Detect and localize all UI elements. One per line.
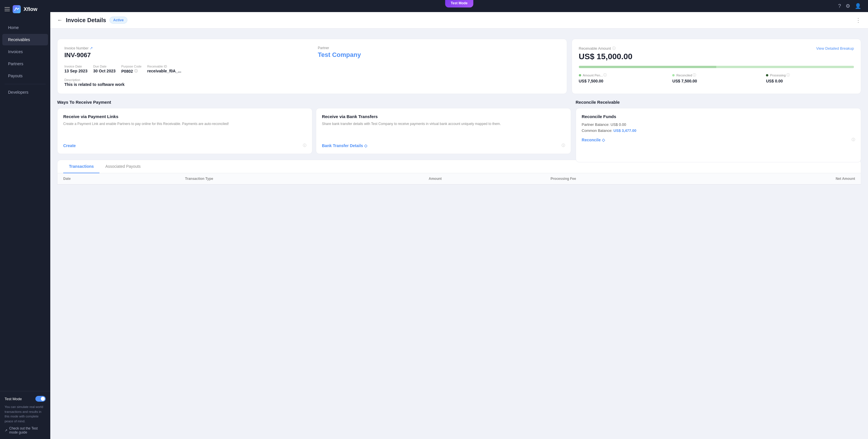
sidebar-item-receivables[interactable]: Receivables — [2, 34, 48, 45]
sidebar-item-home[interactable]: Home — [2, 22, 48, 33]
page-header: ← Invoice Details Active ⋮ — [50, 12, 868, 28]
purpose-code-info-icon[interactable]: ⓘ — [134, 69, 138, 73]
bank-transfers-card: Receive via Bank Transfers Share bank tr… — [316, 108, 571, 154]
sidebar-item-developers[interactable]: Developers — [2, 87, 48, 98]
app-name: Xflow — [24, 6, 37, 12]
invoice-top: Invoice Number ↗ INV-9067 Partner Test C… — [64, 46, 560, 59]
logo-icon — [13, 5, 21, 13]
sidebar-item-payouts[interactable]: Payouts — [2, 70, 48, 82]
invoice-date-field: Invoice Date 13 Sep 2023 — [64, 65, 87, 73]
bank-transfer-details-button[interactable]: Bank Transfer Details ◇ — [322, 144, 367, 148]
main-content: Test Mode ? ⚙ 👤 ← Invoice Details Active… — [50, 0, 868, 439]
invoice-partner-section: Partner Test Company — [318, 46, 560, 59]
external-link-icon[interactable]: ↗ — [90, 46, 93, 50]
receivable-amount: US$ 15,000.00 — [579, 52, 854, 61]
pending-dot — [579, 74, 581, 76]
pending-info-icon[interactable]: ⓘ — [603, 73, 607, 77]
receivable-amount-label: Receivable Amount ⓘ — [579, 46, 616, 51]
due-date-label: Due Date — [93, 65, 116, 68]
common-balance-value: US$ 3,477.00 — [613, 128, 636, 133]
reconcile-card: Reconcile Funds Partner Balance: US$ 0.0… — [576, 108, 861, 162]
invoice-card: Invoice Number ↗ INV-9067 Partner Test C… — [57, 39, 567, 94]
invoice-number: INV-9067 — [64, 52, 306, 59]
more-options-icon[interactable]: ⋮ — [855, 17, 861, 24]
external-link-icon: ↗ — [5, 428, 7, 432]
bank-transfers-info-icon[interactable]: ⓘ — [562, 143, 565, 148]
test-mode-description: You can simulate real world transactions… — [5, 405, 46, 424]
col-header-fee: Processing Fee — [550, 177, 733, 181]
processing-value: US$ 0.00 — [766, 79, 854, 83]
breakdown-pending: Amount Pen... ⓘ US$ 7,500.00 — [579, 73, 667, 83]
reconcile-button[interactable]: Reconcile ◇ — [582, 137, 605, 142]
table-header: Date Transaction Type Amount Processing … — [58, 173, 861, 184]
reconciled-info-icon[interactable]: ⓘ — [693, 73, 696, 77]
purpose-code-field: Purpose Code P0802 ⓘ — [121, 65, 142, 73]
tab-associated-payouts[interactable]: Associated Payouts — [99, 160, 146, 173]
purpose-code-label: Purpose Code — [121, 65, 142, 68]
partner-balance-label: Partner Balance: — [582, 122, 610, 127]
reconcile-section: Reconcile Receivable Reconcile Funds Par… — [576, 100, 861, 154]
receivable-header: Receivable Amount ⓘ View Detailed Breaku… — [579, 46, 854, 51]
reconcile-section-title: Reconcile Receivable — [576, 100, 861, 104]
receivable-card: Receivable Amount ⓘ View Detailed Breaku… — [572, 39, 861, 94]
payment-links-info-icon[interactable]: ⓘ — [303, 143, 306, 148]
tab-transactions[interactable]: Transactions — [63, 160, 99, 173]
user-icon[interactable]: 👤 — [855, 3, 861, 9]
reconcile-info-icon[interactable]: ⓘ — [851, 137, 855, 142]
view-breakup-link[interactable]: View Detailed Breakup — [816, 46, 854, 51]
help-icon[interactable]: ? — [838, 3, 841, 9]
due-date-field: Due Date 30 Oct 2023 — [93, 65, 116, 73]
nav-divider — [5, 84, 46, 84]
reconciled-dot — [672, 74, 675, 76]
test-mode-banner: Test Mode — [445, 0, 473, 7]
hamburger-icon[interactable] — [5, 7, 10, 11]
receivable-info-icon[interactable]: ⓘ — [612, 46, 616, 51]
invoice-dates: Invoice Date 13 Sep 2023 Due Date 30 Oct… — [64, 65, 560, 73]
ways-to-receive-section: Ways To Receive Payment Receive via Paym… — [57, 100, 571, 154]
sidebar-nav: Home Receivables Invoices Partners Payou… — [0, 19, 50, 391]
create-payment-link-button[interactable]: Create — [63, 144, 76, 148]
reconcile-card-title: Reconcile Funds — [582, 114, 855, 119]
sidebar-item-partners[interactable]: Partners — [2, 58, 48, 69]
test-mode-row: Test Mode — [5, 396, 46, 402]
receivable-id-label: Receivable ID — [147, 65, 181, 68]
col-header-date: Date — [63, 177, 185, 181]
bank-transfers-footer: Bank Transfer Details ◇ ⓘ — [322, 143, 565, 148]
processing-dot — [766, 74, 768, 76]
sidebar-bottom: Test Mode You can simulate real world tr… — [0, 391, 50, 439]
topbar: Test Mode ? ⚙ 👤 — [50, 0, 868, 12]
sidebar-header: Xflow — [0, 0, 50, 19]
processing-info-icon[interactable]: ⓘ — [786, 73, 790, 77]
cards-row: Invoice Number ↗ INV-9067 Partner Test C… — [57, 39, 861, 94]
receivable-id-value: receivable_f0A_... — [147, 69, 181, 73]
section-row: Ways To Receive Payment Receive via Paym… — [57, 100, 861, 154]
description-section: Description This is related to software … — [64, 78, 560, 87]
progress-bar — [579, 66, 854, 68]
test-mode-label: Test Mode — [5, 397, 22, 401]
col-header-net: Net Amount — [733, 177, 855, 181]
test-mode-toggle[interactable] — [35, 396, 46, 402]
content-area: Invoice Number ↗ INV-9067 Partner Test C… — [50, 28, 868, 439]
invoice-number-section: Invoice Number ↗ INV-9067 — [64, 46, 306, 59]
partner-label: Partner — [318, 46, 560, 50]
reconcile-footer: Reconcile ◇ ⓘ — [582, 137, 855, 142]
settings-icon[interactable]: ⚙ — [845, 3, 850, 9]
breakdown-reconciled: Reconciled ⓘ US$ 7,500.00 — [672, 73, 760, 83]
invoice-number-label: Invoice Number ↗ — [64, 46, 306, 50]
back-button[interactable]: ← — [57, 17, 62, 23]
sidebar-item-invoices[interactable]: Invoices — [2, 46, 48, 58]
test-mode-guide-text: Check out the Test mode guide — [9, 426, 46, 434]
col-header-type: Transaction Type — [185, 177, 429, 181]
payment-links-footer: Create ⓘ — [63, 143, 306, 148]
payment-ways: Receive via Payment Links Create a Payme… — [57, 108, 571, 154]
test-mode-guide-link[interactable]: ↗ Check out the Test mode guide — [5, 426, 46, 434]
tabs-section: Transactions Associated Payouts Date Tra… — [57, 160, 861, 185]
purpose-code-value: P0802 ⓘ — [121, 69, 142, 73]
pending-value: US$ 7,500.00 — [579, 79, 667, 83]
sidebar: Xflow Home Receivables Invoices Partners… — [0, 0, 50, 439]
partner-name[interactable]: Test Company — [318, 51, 560, 59]
reconciled-value: US$ 7,500.00 — [672, 79, 760, 83]
receivable-breakdown: Amount Pen... ⓘ US$ 7,500.00 Reconciled … — [579, 73, 854, 83]
progress-pending — [579, 66, 716, 68]
invoice-date-label: Invoice Date — [64, 65, 87, 68]
